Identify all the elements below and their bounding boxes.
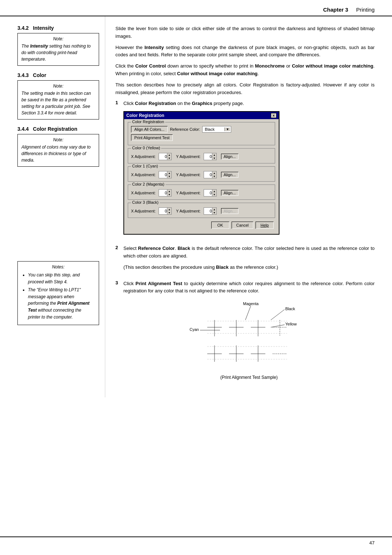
color1-y-up[interactable]: ▲ (212, 171, 216, 175)
color2-y-spinner: ▲ ▼ (212, 190, 216, 196)
color3-align-button[interactable]: Align... (221, 208, 238, 214)
para1: Slide the lever from side to side or cli… (115, 25, 375, 40)
color1-x-label: X Adjustment: (131, 173, 157, 177)
dialog-row-print-test: Print Alignment Test (131, 134, 272, 141)
svg-text:Cyan: Cyan (189, 327, 199, 332)
svg-line-7 (271, 325, 285, 327)
section-343-heading: 3.4.3 Color (17, 72, 99, 78)
section-344-heading: 3.4.4 Color Registration (17, 126, 99, 132)
dialog-footer: OK Cancel Help (128, 221, 275, 231)
color0-x-input[interactable] (159, 154, 167, 159)
color0-align-button[interactable]: Align... (221, 154, 238, 159)
color2-x-down[interactable]: ▼ (167, 193, 171, 196)
diagram-caption: (Print Alignment Test Sample) (123, 375, 375, 380)
dialog-group-color1: Color 1 (Cyan) X Adjustment: ▲ ▼ (128, 166, 275, 182)
color1-y-spinner: ▲ ▼ (212, 171, 216, 178)
color3-adj-row: X Adjustment: ▲ ▼ Y Adjustment: (131, 207, 272, 215)
color0-x-down[interactable]: ▼ (167, 157, 171, 160)
dialog-group-color3: Color 3 (Black) X Adjustment: ▲ ▼ (128, 203, 275, 218)
color2-group-label: Color 2 (Magenta) (131, 182, 166, 186)
note-342-text: The Intensity setting has nothing to do … (21, 43, 95, 62)
dialog-help-button[interactable]: Help (256, 222, 274, 229)
left-column: 3.4.2 Intensity Note: The Intensity sett… (0, 16, 105, 397)
para2: However the Intensity setting does not c… (115, 44, 375, 59)
step-1-num: 1 (115, 100, 123, 240)
note-344-text: Alignment of colors may vary due to diff… (21, 144, 95, 163)
color0-group-label: Color 0 (Yellow) (131, 146, 161, 150)
color3-y-up[interactable]: ▲ (212, 208, 216, 211)
section-342-note: Note: The Intensity setting has nothing … (17, 33, 99, 66)
dialog-cancel-button[interactable]: Cancel (232, 222, 253, 229)
color1-x-spinner: ▲ ▼ (167, 171, 171, 178)
ref-color-value: Black (203, 127, 216, 132)
color3-x-label: X Adjustment: (131, 209, 157, 213)
color0-y-down[interactable]: ▼ (212, 157, 216, 160)
color1-y-down[interactable]: ▼ (212, 175, 216, 178)
color1-x-input[interactable] (159, 173, 167, 177)
align-all-colors-button[interactable]: Align All Colors... (131, 126, 168, 133)
dialog-title: Color Registration (126, 113, 164, 118)
color0-y-spinner: ▲ ▼ (212, 153, 216, 160)
color1-y-input[interactable] (204, 173, 212, 177)
color3-x-spinner: ▲ ▼ (167, 208, 171, 214)
color2-adj-row: X Adjustment: ▲ ▼ Y Adjustment: (131, 189, 272, 197)
diagram-svg: Magenta Black Cyan Yellow (187, 300, 311, 373)
color1-x-input-group: ▲ ▼ (159, 171, 172, 178)
color2-x-label: X Adjustment: (131, 191, 157, 195)
note-343-text: The setting made in this section can be … (21, 90, 95, 116)
print-alignment-test-button[interactable]: Print Alignment Test (131, 134, 173, 141)
color0-x-input-group: ▲ ▼ (159, 153, 172, 160)
step-3-content: Click Print Alignment Test to quickly de… (123, 280, 375, 384)
step-2-content: Select Reference Color. Black is the def… (123, 245, 375, 275)
step-3: 3 Click Print Alignment Test to quickly … (115, 280, 375, 384)
step-3-text: Click Print Alignment Test to quickly de… (123, 280, 375, 295)
color0-y-input[interactable] (204, 154, 212, 159)
notes-label: Notes: (22, 264, 94, 270)
color2-y-down[interactable]: ▼ (212, 193, 216, 196)
section-344-title: Color Registration (33, 126, 77, 132)
color3-x-up[interactable]: ▲ (167, 208, 171, 211)
step-2-num: 2 (115, 245, 123, 275)
notes-item-2: The "Error Writing to LPT1" message appe… (28, 287, 94, 320)
color1-group-label: Color 1 (Cyan) (131, 164, 159, 168)
dialog-close-button[interactable]: × (271, 113, 277, 118)
header-title: Printing (356, 7, 375, 13)
color2-align-button[interactable]: Align... (221, 190, 238, 196)
color0-x-spinner: ▲ ▼ (167, 153, 171, 160)
color3-x-input[interactable] (159, 209, 167, 213)
diagram-area: Magenta Black Cyan Yellow (123, 300, 375, 380)
color3-y-input[interactable] (204, 209, 212, 213)
color2-y-up[interactable]: ▲ (212, 190, 216, 193)
section-344-note: Note: Alignment of colors may vary due t… (17, 134, 99, 167)
color1-x-up[interactable]: ▲ (167, 171, 171, 175)
color1-y-label: Y Adjustment: (176, 173, 202, 177)
page: Chapter 3 Printing 3.4.2 Intensity Note:… (0, 0, 392, 555)
color1-align-button[interactable]: Align... (221, 172, 238, 178)
color2-y-input[interactable] (204, 191, 212, 195)
svg-line-5 (271, 309, 285, 320)
ref-color-select[interactable]: Black ▼ (202, 126, 231, 133)
color3-y-down[interactable]: ▼ (212, 211, 216, 214)
svg-line-4 (245, 306, 251, 320)
ref-color-dropdown-arrow[interactable]: ▼ (224, 127, 230, 131)
section-343-num: 3.4.3 (17, 72, 29, 78)
color3-x-down[interactable]: ▼ (167, 211, 171, 214)
color2-x-up[interactable]: ▲ (167, 190, 171, 193)
color2-x-spinner: ▲ ▼ (167, 190, 171, 196)
color0-y-input-group: ▲ ▼ (204, 153, 217, 160)
notes-list: You can skip this step, and proceed with… (22, 272, 94, 320)
color1-y-input-group: ▲ ▼ (204, 171, 217, 178)
color3-group-label: Color 3 (Black) (131, 200, 160, 204)
color2-x-input[interactable] (159, 191, 167, 195)
color1-x-down[interactable]: ▼ (167, 175, 171, 178)
main-content: 3.4.2 Intensity Note: The Intensity sett… (0, 16, 392, 397)
color2-y-input-group: ▲ ▼ (204, 189, 217, 197)
color0-x-up[interactable]: ▲ (167, 153, 171, 157)
color0-y-up[interactable]: ▲ (212, 153, 216, 157)
section-342-title: Intensity (33, 25, 54, 31)
notes-box: Notes: You can skip this step, and proce… (17, 261, 99, 325)
dialog-ok-button[interactable]: OK (211, 222, 229, 229)
para3: Click the Color Control down arrow to sp… (115, 62, 375, 78)
color0-x-label: X Adjustment: (131, 154, 157, 159)
header: Chapter 3 Printing (0, 0, 392, 16)
